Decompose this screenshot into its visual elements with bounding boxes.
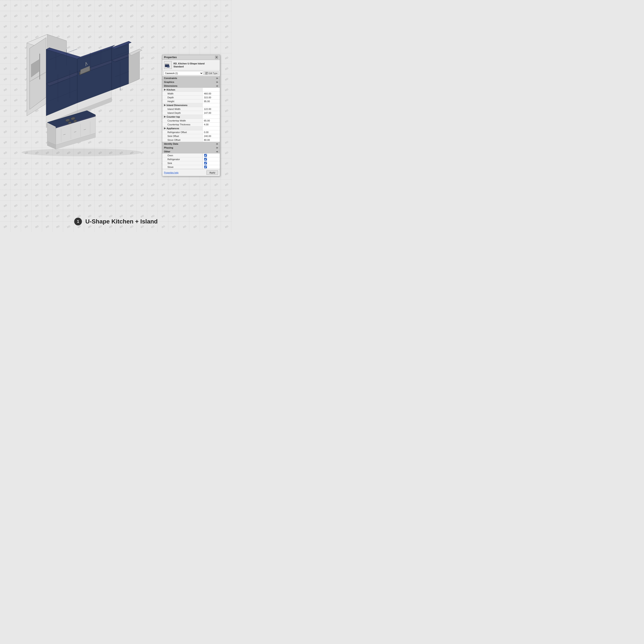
sink-offset-row: Sink Offset bbox=[162, 134, 220, 138]
island-width-row: Island Width bbox=[162, 107, 220, 111]
other-chevron: ≪ bbox=[216, 150, 218, 153]
island-width-input[interactable] bbox=[204, 108, 219, 110]
island-depth-label: Island Depth bbox=[162, 111, 203, 115]
svg-rect-70 bbox=[206, 73, 207, 73]
island-dimensions-group-label: ▶ Island Dimensions bbox=[162, 103, 203, 107]
oven-checkbox[interactable] bbox=[204, 154, 207, 157]
section-phasing[interactable]: Phasing ≫ bbox=[162, 146, 220, 150]
close-button[interactable]: × bbox=[215, 56, 218, 59]
sink-checkbox[interactable] bbox=[204, 162, 207, 164]
refrigerator-offset-label: Refrigerator Offset bbox=[162, 130, 203, 134]
component-info: RD_Kitchen U-Shape Island Standard bbox=[173, 62, 205, 68]
depth-row: Depth bbox=[162, 96, 220, 99]
refrigerator-row: Refrigerator bbox=[162, 157, 220, 161]
panel-title-bar: Properties × bbox=[162, 55, 220, 60]
appliances-group-label: ▶ Appliances bbox=[162, 126, 203, 130]
countertop-thickness-input[interactable] bbox=[204, 123, 219, 126]
kitchen-illustration bbox=[6, 11, 152, 165]
main-content: Properties × RD_Kitchen U-Shape Island S… bbox=[0, 0, 232, 232]
width-row: Width bbox=[162, 92, 220, 96]
properties-help-link[interactable]: Properties help bbox=[164, 172, 178, 174]
height-value[interactable] bbox=[203, 99, 220, 103]
panel-footer: Properties help Apply bbox=[162, 169, 220, 176]
stove-row: Stove bbox=[162, 165, 220, 169]
stove-checkbox-cell[interactable] bbox=[203, 165, 220, 169]
constraints-chevron: ≫ bbox=[216, 77, 218, 79]
apply-button[interactable]: Apply bbox=[207, 170, 218, 175]
edit-type-label: Edit Type bbox=[208, 72, 217, 74]
stove-offset-value[interactable] bbox=[203, 138, 220, 142]
oven-row: Oven bbox=[162, 153, 220, 157]
label-text: U-Shape Kitchen + Island bbox=[85, 218, 158, 225]
appliances-group-value bbox=[203, 126, 220, 130]
bottom-label: 1 U-Shape Kitchen + Island bbox=[74, 218, 158, 225]
section-identity-data[interactable]: Identity Data ≫ bbox=[162, 142, 220, 146]
category-dropdown[interactable]: Casework (1) bbox=[164, 71, 203, 75]
refrigerator-checkbox[interactable] bbox=[204, 158, 207, 161]
width-input[interactable] bbox=[204, 92, 219, 95]
component-icon bbox=[164, 61, 172, 69]
refrigerator-label: Refrigerator bbox=[162, 157, 203, 161]
island-depth-value[interactable] bbox=[203, 111, 220, 115]
countertop-thickness-row: Countertop Thickness bbox=[162, 123, 220, 126]
refrigerator-offset-value[interactable] bbox=[203, 130, 220, 134]
sink-label: Sink bbox=[162, 161, 203, 165]
component-type: Standard bbox=[173, 65, 205, 68]
width-label: Width bbox=[162, 92, 203, 95]
stove-label: Stove bbox=[162, 165, 203, 169]
countertop-width-value[interactable] bbox=[203, 119, 220, 122]
category-row: Casework (1) Edit Type bbox=[162, 70, 220, 76]
depth-value[interactable] bbox=[203, 96, 220, 99]
island-width-value[interactable] bbox=[203, 107, 220, 111]
depth-input[interactable] bbox=[204, 96, 219, 99]
countertop-group-value bbox=[203, 115, 220, 118]
countertop-thickness-value[interactable] bbox=[203, 123, 220, 126]
height-label: Height bbox=[162, 99, 203, 103]
svg-rect-66 bbox=[167, 66, 169, 67]
appliances-group-row[interactable]: ▶ Appliances bbox=[162, 126, 220, 130]
phasing-chevron: ≫ bbox=[216, 147, 218, 149]
island-dimensions-group-row[interactable]: ▶ Island Dimensions bbox=[162, 103, 220, 107]
component-name: RD_Kitchen U-Shape Island bbox=[173, 62, 205, 65]
svg-point-62 bbox=[21, 149, 142, 156]
svg-rect-71 bbox=[207, 73, 207, 73]
kitchen-group-label: ▶ Kitchen bbox=[162, 88, 203, 91]
width-value[interactable] bbox=[203, 92, 220, 95]
sink-row: Sink bbox=[162, 161, 220, 165]
stove-offset-row: Stove Offset bbox=[162, 138, 220, 142]
identity-data-chevron: ≫ bbox=[216, 143, 218, 145]
countertop-width-row: Countertop Width bbox=[162, 119, 220, 123]
island-dimensions-group-value bbox=[203, 103, 220, 107]
countertop-group-label: ▶ Counter top bbox=[162, 115, 203, 118]
refrigerator-offset-input[interactable] bbox=[204, 131, 219, 134]
stove-offset-label: Stove Offset bbox=[162, 138, 203, 142]
island-depth-input[interactable] bbox=[204, 112, 219, 114]
edit-type-button[interactable]: Edit Type bbox=[204, 71, 219, 75]
stove-offset-input[interactable] bbox=[204, 139, 219, 141]
stove-checkbox[interactable] bbox=[204, 166, 207, 168]
countertop-group-row[interactable]: ▶ Counter top bbox=[162, 115, 220, 119]
panel-title: Properties bbox=[164, 56, 177, 59]
svg-rect-72 bbox=[206, 73, 207, 74]
sink-checkbox-cell[interactable] bbox=[203, 161, 220, 165]
oven-checkbox-cell[interactable] bbox=[203, 153, 220, 157]
height-input[interactable] bbox=[204, 100, 219, 103]
section-dimensions[interactable]: Dimensions ≪ bbox=[162, 84, 220, 88]
refrigerator-checkbox-cell[interactable] bbox=[203, 157, 220, 161]
height-row: Height bbox=[162, 99, 220, 103]
section-graphics[interactable]: Graphics ≫ bbox=[162, 80, 220, 84]
countertop-thickness-label: Countertop Thickness bbox=[162, 123, 203, 126]
depth-label: Depth bbox=[162, 96, 203, 99]
kitchen-group-row[interactable]: ▶ Kitchen bbox=[162, 88, 220, 92]
island-depth-row: Island Depth bbox=[162, 111, 220, 115]
countertop-width-input[interactable] bbox=[204, 119, 219, 122]
sink-offset-value[interactable] bbox=[203, 134, 220, 138]
island-width-label: Island Width bbox=[162, 107, 203, 111]
dimensions-chevron: ≪ bbox=[216, 85, 218, 87]
section-other[interactable]: Other ≪ bbox=[162, 150, 220, 153]
refrigerator-offset-row: Refrigerator Offset bbox=[162, 130, 220, 134]
section-constraints[interactable]: Constraints ≫ bbox=[162, 76, 220, 80]
label-number: 1 bbox=[74, 218, 82, 225]
sink-offset-input[interactable] bbox=[204, 135, 219, 137]
component-header: RD_Kitchen U-Shape Island Standard bbox=[162, 60, 220, 70]
